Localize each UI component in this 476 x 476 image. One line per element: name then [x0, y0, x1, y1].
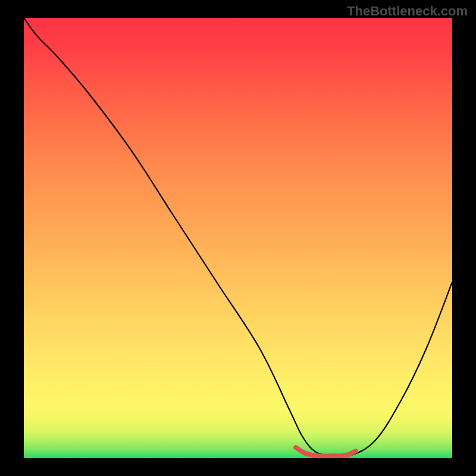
- watermark-text: TheBottleneck.com: [347, 4, 468, 19]
- chart-svg: [24, 18, 452, 458]
- optimal-zone-marker: [296, 447, 356, 456]
- bottleneck-curve: [24, 18, 452, 458]
